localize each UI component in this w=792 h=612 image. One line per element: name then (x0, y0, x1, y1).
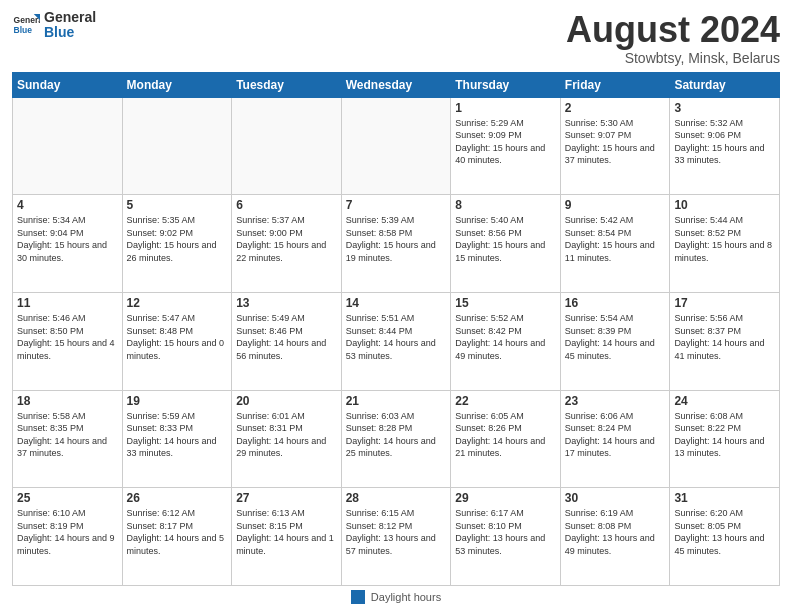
calendar-cell: 20Sunrise: 6:01 AM Sunset: 8:31 PM Dayli… (232, 390, 342, 488)
calendar-cell: 10Sunrise: 5:44 AM Sunset: 8:52 PM Dayli… (670, 195, 780, 293)
calendar-table: SundayMondayTuesdayWednesdayThursdayFrid… (12, 72, 780, 586)
day-info: Sunrise: 5:59 AM Sunset: 8:33 PM Dayligh… (127, 410, 228, 460)
logo-icon: General Blue (12, 11, 40, 39)
svg-text:Blue: Blue (14, 25, 33, 35)
day-number: 14 (346, 296, 447, 310)
day-info: Sunrise: 5:37 AM Sunset: 9:00 PM Dayligh… (236, 214, 337, 264)
logo: General Blue General Blue (12, 10, 96, 41)
calendar-cell: 7Sunrise: 5:39 AM Sunset: 8:58 PM Daylig… (341, 195, 451, 293)
calendar-cell: 18Sunrise: 5:58 AM Sunset: 8:35 PM Dayli… (13, 390, 123, 488)
day-info: Sunrise: 6:03 AM Sunset: 8:28 PM Dayligh… (346, 410, 447, 460)
svg-text:General: General (14, 16, 40, 26)
day-info: Sunrise: 6:20 AM Sunset: 8:05 PM Dayligh… (674, 507, 775, 557)
day-number: 13 (236, 296, 337, 310)
day-number: 16 (565, 296, 666, 310)
week-row-3: 11Sunrise: 5:46 AM Sunset: 8:50 PM Dayli… (13, 292, 780, 390)
day-info: Sunrise: 5:47 AM Sunset: 8:48 PM Dayligh… (127, 312, 228, 362)
day-number: 1 (455, 101, 556, 115)
day-number: 19 (127, 394, 228, 408)
calendar-cell: 23Sunrise: 6:06 AM Sunset: 8:24 PM Dayli… (560, 390, 670, 488)
day-number: 21 (346, 394, 447, 408)
day-number: 26 (127, 491, 228, 505)
day-number: 24 (674, 394, 775, 408)
month-title: August 2024 (566, 10, 780, 50)
day-number: 6 (236, 198, 337, 212)
calendar-cell: 5Sunrise: 5:35 AM Sunset: 9:02 PM Daylig… (122, 195, 232, 293)
calendar-cell: 24Sunrise: 6:08 AM Sunset: 8:22 PM Dayli… (670, 390, 780, 488)
logo-blue: Blue (44, 24, 74, 40)
week-row-2: 4Sunrise: 5:34 AM Sunset: 9:04 PM Daylig… (13, 195, 780, 293)
day-number: 10 (674, 198, 775, 212)
weekday-wednesday: Wednesday (341, 72, 451, 97)
week-row-5: 25Sunrise: 6:10 AM Sunset: 8:19 PM Dayli… (13, 488, 780, 586)
day-info: Sunrise: 6:17 AM Sunset: 8:10 PM Dayligh… (455, 507, 556, 557)
day-info: Sunrise: 5:46 AM Sunset: 8:50 PM Dayligh… (17, 312, 118, 362)
day-info: Sunrise: 6:13 AM Sunset: 8:15 PM Dayligh… (236, 507, 337, 557)
calendar-cell: 11Sunrise: 5:46 AM Sunset: 8:50 PM Dayli… (13, 292, 123, 390)
day-info: Sunrise: 6:15 AM Sunset: 8:12 PM Dayligh… (346, 507, 447, 557)
weekday-monday: Monday (122, 72, 232, 97)
day-number: 27 (236, 491, 337, 505)
day-number: 18 (17, 394, 118, 408)
day-number: 4 (17, 198, 118, 212)
day-number: 17 (674, 296, 775, 310)
calendar-cell: 1Sunrise: 5:29 AM Sunset: 9:09 PM Daylig… (451, 97, 561, 195)
day-info: Sunrise: 6:12 AM Sunset: 8:17 PM Dayligh… (127, 507, 228, 557)
footer-label: Daylight hours (371, 591, 441, 603)
day-info: Sunrise: 5:39 AM Sunset: 8:58 PM Dayligh… (346, 214, 447, 264)
calendar-cell: 16Sunrise: 5:54 AM Sunset: 8:39 PM Dayli… (560, 292, 670, 390)
calendar-cell: 27Sunrise: 6:13 AM Sunset: 8:15 PM Dayli… (232, 488, 342, 586)
day-info: Sunrise: 5:56 AM Sunset: 8:37 PM Dayligh… (674, 312, 775, 362)
weekday-thursday: Thursday (451, 72, 561, 97)
day-number: 31 (674, 491, 775, 505)
day-info: Sunrise: 6:19 AM Sunset: 8:08 PM Dayligh… (565, 507, 666, 557)
calendar-cell: 31Sunrise: 6:20 AM Sunset: 8:05 PM Dayli… (670, 488, 780, 586)
day-info: Sunrise: 5:44 AM Sunset: 8:52 PM Dayligh… (674, 214, 775, 264)
calendar-cell: 19Sunrise: 5:59 AM Sunset: 8:33 PM Dayli… (122, 390, 232, 488)
day-number: 12 (127, 296, 228, 310)
calendar-cell: 9Sunrise: 5:42 AM Sunset: 8:54 PM Daylig… (560, 195, 670, 293)
calendar-cell: 26Sunrise: 6:12 AM Sunset: 8:17 PM Dayli… (122, 488, 232, 586)
day-info: Sunrise: 5:40 AM Sunset: 8:56 PM Dayligh… (455, 214, 556, 264)
day-info: Sunrise: 6:05 AM Sunset: 8:26 PM Dayligh… (455, 410, 556, 460)
day-info: Sunrise: 5:51 AM Sunset: 8:44 PM Dayligh… (346, 312, 447, 362)
day-info: Sunrise: 5:35 AM Sunset: 9:02 PM Dayligh… (127, 214, 228, 264)
calendar-cell: 17Sunrise: 5:56 AM Sunset: 8:37 PM Dayli… (670, 292, 780, 390)
calendar-cell: 4Sunrise: 5:34 AM Sunset: 9:04 PM Daylig… (13, 195, 123, 293)
day-number: 8 (455, 198, 556, 212)
calendar-cell: 6Sunrise: 5:37 AM Sunset: 9:00 PM Daylig… (232, 195, 342, 293)
day-number: 3 (674, 101, 775, 115)
day-info: Sunrise: 5:58 AM Sunset: 8:35 PM Dayligh… (17, 410, 118, 460)
weekday-header-row: SundayMondayTuesdayWednesdayThursdayFrid… (13, 72, 780, 97)
day-number: 20 (236, 394, 337, 408)
daylight-swatch (351, 590, 365, 604)
day-number: 9 (565, 198, 666, 212)
calendar-cell: 3Sunrise: 5:32 AM Sunset: 9:06 PM Daylig… (670, 97, 780, 195)
calendar-cell: 25Sunrise: 6:10 AM Sunset: 8:19 PM Dayli… (13, 488, 123, 586)
weekday-saturday: Saturday (670, 72, 780, 97)
day-number: 7 (346, 198, 447, 212)
calendar-cell (341, 97, 451, 195)
day-number: 23 (565, 394, 666, 408)
day-number: 2 (565, 101, 666, 115)
calendar-cell: 15Sunrise: 5:52 AM Sunset: 8:42 PM Dayli… (451, 292, 561, 390)
day-number: 15 (455, 296, 556, 310)
calendar-cell: 29Sunrise: 6:17 AM Sunset: 8:10 PM Dayli… (451, 488, 561, 586)
calendar-cell: 30Sunrise: 6:19 AM Sunset: 8:08 PM Dayli… (560, 488, 670, 586)
day-number: 11 (17, 296, 118, 310)
calendar-cell (122, 97, 232, 195)
day-info: Sunrise: 5:54 AM Sunset: 8:39 PM Dayligh… (565, 312, 666, 362)
day-info: Sunrise: 5:42 AM Sunset: 8:54 PM Dayligh… (565, 214, 666, 264)
calendar-cell: 13Sunrise: 5:49 AM Sunset: 8:46 PM Dayli… (232, 292, 342, 390)
day-number: 30 (565, 491, 666, 505)
logo-general: General (44, 9, 96, 25)
day-number: 28 (346, 491, 447, 505)
page: General Blue General Blue August 2024 St… (0, 0, 792, 612)
day-info: Sunrise: 5:30 AM Sunset: 9:07 PM Dayligh… (565, 117, 666, 167)
title-block: August 2024 Stowbtsy, Minsk, Belarus (566, 10, 780, 66)
header: General Blue General Blue August 2024 St… (12, 10, 780, 66)
calendar-cell: 2Sunrise: 5:30 AM Sunset: 9:07 PM Daylig… (560, 97, 670, 195)
day-info: Sunrise: 6:08 AM Sunset: 8:22 PM Dayligh… (674, 410, 775, 460)
weekday-sunday: Sunday (13, 72, 123, 97)
calendar-cell: 14Sunrise: 5:51 AM Sunset: 8:44 PM Dayli… (341, 292, 451, 390)
